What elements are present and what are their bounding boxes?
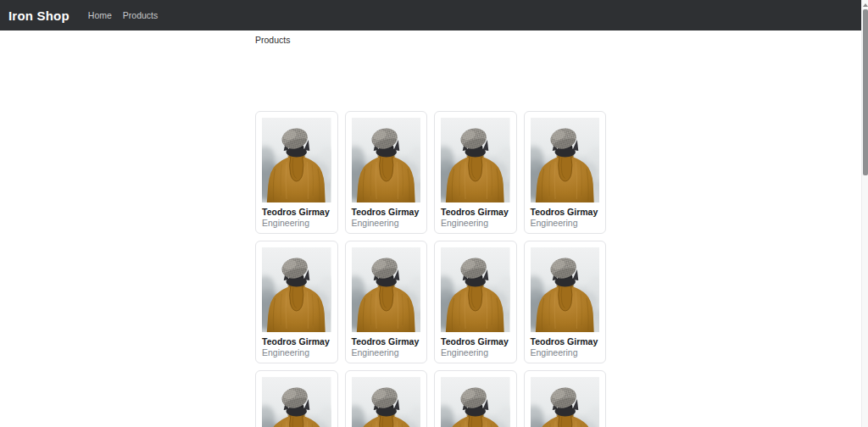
product-card[interactable]: Teodros Girmay Engineering xyxy=(255,241,338,363)
product-card[interactable]: Teodros Girmay Engineering xyxy=(345,111,428,234)
product-name: Teodros Girmay xyxy=(531,207,600,217)
product-photo xyxy=(352,247,421,332)
scrollbar[interactable] xyxy=(861,0,868,427)
product-name: Teodros Girmay xyxy=(441,336,510,347)
brand-link[interactable]: Iron Shop xyxy=(8,8,70,23)
product-photo xyxy=(531,377,600,427)
product-photo xyxy=(262,118,331,202)
scroll-up-arrow-icon[interactable] xyxy=(863,3,868,7)
nav-link-products[interactable]: Products xyxy=(123,10,158,20)
product-name: Teodros Girmay xyxy=(262,207,331,217)
product-photo xyxy=(352,377,421,427)
main-content: Products Teodros Girmay Engineering Teod… xyxy=(255,30,606,427)
product-photo xyxy=(441,118,510,202)
product-role: Engineering xyxy=(352,347,421,358)
product-name: Teodros Girmay xyxy=(531,336,600,347)
nav-link-home[interactable]: Home xyxy=(88,10,112,20)
product-card[interactable]: Teodros Girmay Engineering xyxy=(434,241,517,363)
product-card[interactable]: Teodros Girmay Engineering xyxy=(524,370,607,427)
product-card[interactable]: Teodros Girmay Engineering xyxy=(524,241,607,363)
navbar: Iron Shop Home Products xyxy=(0,0,861,30)
product-role: Engineering xyxy=(531,347,600,358)
product-photo xyxy=(352,118,421,202)
scrollbar-thumb[interactable] xyxy=(863,9,868,175)
product-card[interactable]: Teodros Girmay Engineering xyxy=(255,370,338,427)
product-photo xyxy=(531,118,600,202)
product-card[interactable]: Teodros Girmay Engineering xyxy=(255,111,338,234)
product-name: Teodros Girmay xyxy=(441,207,510,217)
product-card[interactable]: Teodros Girmay Engineering xyxy=(434,111,517,234)
product-photo xyxy=(531,247,600,332)
product-name: Teodros Girmay xyxy=(262,336,331,347)
product-card[interactable]: Teodros Girmay Engineering xyxy=(345,241,428,363)
product-role: Engineering xyxy=(531,218,600,228)
product-photo xyxy=(441,377,510,427)
product-role: Engineering xyxy=(352,218,421,228)
product-role: Engineering xyxy=(441,347,510,358)
page: Iron Shop Home Products Products Teodros… xyxy=(0,0,861,427)
product-photo xyxy=(262,377,331,427)
page-title: Products xyxy=(255,30,606,45)
product-photo xyxy=(441,247,510,332)
product-name: Teodros Girmay xyxy=(352,336,421,347)
product-photo xyxy=(262,247,331,332)
product-role: Engineering xyxy=(262,218,331,228)
product-role: Engineering xyxy=(441,218,510,228)
product-card[interactable]: Teodros Girmay Engineering xyxy=(524,111,607,234)
product-name: Teodros Girmay xyxy=(352,207,421,217)
product-card[interactable]: Teodros Girmay Engineering xyxy=(434,370,517,427)
product-card[interactable]: Teodros Girmay Engineering xyxy=(345,370,428,427)
product-role: Engineering xyxy=(262,347,331,358)
product-grid: Teodros Girmay Engineering Teodros Girma… xyxy=(255,111,606,427)
